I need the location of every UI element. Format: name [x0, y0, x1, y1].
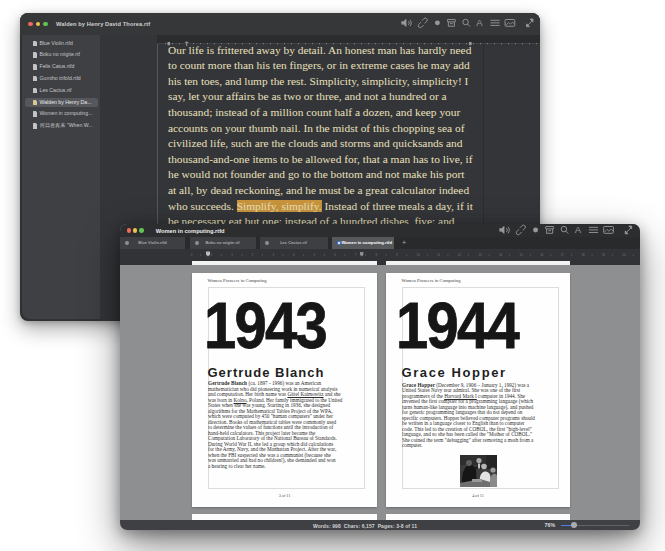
svg-text:0: 0 — [211, 253, 213, 257]
svg-text:8: 8 — [375, 253, 377, 257]
svg-text:13: 13 — [478, 253, 482, 257]
svg-text:6: 6 — [334, 253, 336, 257]
svg-text:14: 14 — [499, 253, 503, 257]
svg-text:12: 12 — [458, 253, 462, 257]
svg-text:19: 19 — [602, 253, 606, 257]
svg-text:17: 17 — [561, 253, 565, 257]
svg-text:1: 1 — [231, 253, 233, 257]
svg-text:A: A — [476, 18, 483, 29]
svg-text:7: 7 — [355, 253, 357, 257]
svg-text:18: 18 — [581, 253, 585, 257]
svg-text:A: A — [574, 225, 581, 236]
svg-text:3: 3 — [272, 253, 274, 257]
svg-text:20: 20 — [623, 253, 627, 257]
svg-text:11: 11 — [437, 253, 440, 257]
svg-text:16: 16 — [540, 253, 544, 257]
svg-text:4: 4 — [293, 253, 295, 257]
svg-text:15: 15 — [520, 253, 524, 257]
svg-text:5: 5 — [314, 253, 316, 257]
svg-text:10: 10 — [417, 253, 421, 257]
svg-text:9: 9 — [396, 253, 398, 257]
svg-text:2: 2 — [252, 253, 254, 257]
svg-text:-1: -1 — [190, 253, 193, 257]
